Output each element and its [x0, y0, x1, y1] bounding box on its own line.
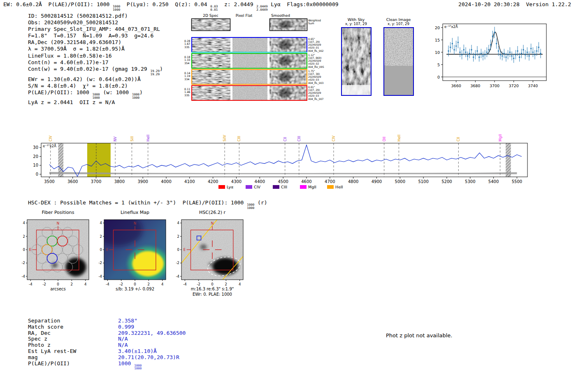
svg-text:SiIV: SiIV	[223, 135, 227, 141]
svg-text:3600: 3600	[67, 179, 78, 184]
svg-text:-4: -4	[183, 282, 186, 286]
hsc-match-summary: HSC-DEX : Possible Matches = 1 (within +…	[28, 199, 267, 210]
svg-text:3700: 3700	[91, 179, 101, 184]
svg-text:0: 0	[177, 248, 179, 252]
match-table-value: N/A	[118, 342, 128, 348]
svg-text:CIV: CIV	[254, 185, 260, 189]
spec2d-row-label: 0.81"(107, 29)20240509v020_03404_RL_007	[308, 86, 324, 100]
svg-text:5000: 5000	[395, 179, 405, 184]
info-line: P(LAE)/P(OII): 1000 10001000 (w: 1000 10…	[28, 89, 163, 100]
svg-text:0: 0	[437, 75, 440, 79]
spec2d-weighted-strip	[191, 19, 307, 31]
info-line: LineFlux = 1.80(±0.58)e-16	[28, 53, 163, 59]
spec2d-row-label: 1.12"(107, 869)20240509v020_02404_RU_095	[308, 53, 324, 68]
svg-text:HeII: HeII	[397, 135, 401, 141]
svg-text:2: 2	[23, 234, 25, 239]
hsc-caption-2: EWr: 0. PLAE: 1000	[175, 292, 249, 297]
svg-text:5400: 5400	[488, 179, 499, 184]
match-table-label: Spec z	[28, 336, 118, 342]
stacked-fraction: 0.030.01	[210, 5, 218, 12]
info-line: ID: 5002814512 (5002814512.pdf)	[28, 13, 163, 19]
hsc-caption-1: m:16.3 re:6.3" s:1.9"	[175, 287, 249, 291]
info-line: F=1.8" T=0.157 N̄=1.09 A=0.93 g=24.6	[28, 32, 163, 39]
svg-text:-4: -4	[99, 274, 102, 278]
svg-text:4600: 4600	[301, 179, 311, 184]
svg-text:HeII: HeII	[146, 135, 150, 141]
detection-info-block: ID: 5002814512 (5002814512.pdf)Obs: 2024…	[28, 13, 163, 106]
svg-text:20: 20	[435, 26, 440, 30]
svg-text:4000: 4000	[161, 179, 171, 184]
svg-text:E: E	[183, 248, 186, 252]
svg-text:N: N	[134, 221, 136, 225]
svg-text:CIII: CIII	[281, 185, 287, 189]
svg-text:OII: OII	[382, 137, 386, 141]
svg-text:3800: 3800	[114, 179, 125, 184]
svg-text:30: 30	[33, 145, 38, 150]
svg-text:2: 2	[71, 282, 73, 286]
svg-text:15: 15	[435, 38, 440, 42]
svg-text:E: E	[106, 248, 108, 252]
info-line: Cont(w) = 9.40(±0.02)e-17 (gmag 19.29 19…	[28, 66, 163, 76]
svg-text:SiII: SiII	[130, 136, 134, 141]
full-spectrum-chart: CIVNVSiIIHeIISiIVCIIICIICIIICIVOIIHeIICI…	[21, 120, 551, 193]
info-line: S/N = 4.8(±0.4) χ² = 1.8(±0.2)	[28, 83, 163, 89]
svg-text:20: 20	[33, 154, 38, 159]
with-sky-coords: x, y: 107, 29	[337, 22, 376, 26]
svg-text:NV: NV	[113, 137, 117, 141]
svg-text:3680: 3680	[470, 84, 480, 88]
match-table-label: mag	[28, 355, 118, 361]
svg-text:0: 0	[23, 248, 25, 252]
info-line: RA,Dec (209.321548,49.636017)	[28, 39, 163, 46]
match-table-row: Match score0.999	[28, 324, 186, 330]
with-sky-title: With Sky	[337, 17, 376, 22]
match-table-label: Photo z	[28, 342, 118, 348]
svg-text:N: N	[211, 221, 214, 225]
svg-text:2: 2	[177, 234, 179, 239]
spec2d-fiber-strip	[191, 37, 307, 53]
svg-text:10: 10	[33, 163, 38, 167]
svg-text:E: E	[29, 248, 31, 252]
spec2d-row-label: 0.65"(107, 29)20240509v020_01404_RL_002	[308, 37, 324, 52]
spec2d-column-header: Smoothed	[262, 14, 299, 18]
svg-text:CIV: CIV	[332, 136, 336, 141]
svg-text:5300: 5300	[465, 179, 475, 184]
svg-text:Lyα: Lyα	[227, 185, 233, 189]
stacked-fraction: 10001000	[132, 93, 139, 100]
stacked-fraction: 19.2919.29	[150, 70, 160, 76]
match-table-row: Photo zN/A	[28, 342, 186, 348]
lineflux-map-title: Lineflux Map	[104, 210, 166, 215]
with-sky-panel: With Sky x, y: 107, 29	[337, 17, 376, 96]
svg-text:4: 4	[177, 221, 179, 225]
stacked-fraction: 10001000	[93, 93, 100, 100]
info-line: Primary Spec_Slot_IFU_AMP: 404_073_071_R…	[28, 26, 163, 32]
svg-text:4: 4	[84, 282, 86, 286]
svg-text:10: 10	[435, 50, 440, 55]
match-table-value: 209.322231, 49.636500	[118, 330, 186, 336]
svg-text:3500: 3500	[44, 179, 54, 184]
clean-image-image	[383, 27, 414, 96]
match-table-label: P(LAE)/P(OII)	[28, 361, 118, 371]
match-table-row: Separation2.358"	[28, 318, 186, 324]
fiber-positions-title: Fiber Positions	[27, 210, 89, 215]
spec2d-row-stats: 0.141.19334	[184, 72, 190, 81]
spec2d-column-header: 2D Spec	[192, 14, 229, 18]
match-table-label: Est LyA rest-EW	[28, 348, 118, 355]
clean-image-panel: Clean Image x, y: 107, 29	[379, 17, 418, 96]
svg-text:-4: -4	[106, 282, 109, 286]
svg-text:-2: -2	[99, 261, 102, 265]
match-table-row: Spec zN/A	[28, 336, 186, 342]
elixer-report-page: EW: 0.6±0.2Å P(LAE)/P(OII): 1000 1000100…	[0, 0, 576, 392]
svg-text:0: 0	[100, 248, 102, 252]
spec2d-row-stats: 0.281.67335	[184, 40, 190, 49]
match-table-row: P(LAE)/P(OII)1000 10001000	[28, 361, 186, 371]
header-summary: EW: 0.6±0.2Å P(LAE)/P(OII): 1000 1000100…	[3, 1, 339, 12]
match-table: Separation2.358"Match score0.999RA, Dec2…	[28, 318, 186, 370]
svg-text:4: 4	[239, 282, 241, 286]
svg-text:MgII: MgII	[308, 185, 316, 189]
lineflux-caption: s/b: 3.19 +/- 0.092	[100, 287, 170, 291]
spec2d-fiber-strip	[191, 53, 307, 69]
svg-text:0: 0	[36, 172, 38, 176]
info-line: λ = 3700.59Å σ = 1.82(±0.95)Å	[28, 46, 163, 52]
header-timestamp: 2024-10-20 20:30:28 Version 1.22.2	[458, 1, 571, 7]
svg-text:-2: -2	[119, 282, 123, 286]
